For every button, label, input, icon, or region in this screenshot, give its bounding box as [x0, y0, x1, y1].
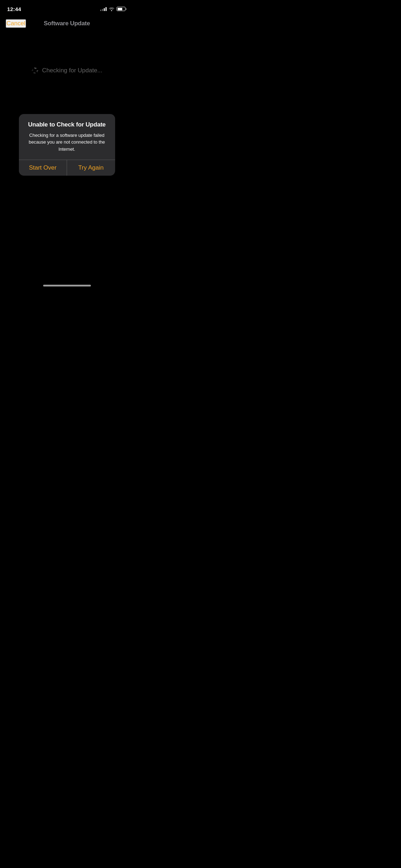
- try-again-button[interactable]: Try Again: [67, 160, 115, 176]
- alert-title: Unable to Check for Update: [25, 121, 109, 128]
- alert-dialog: Unable to Check for Update Checking for …: [19, 114, 115, 176]
- alert-overlay: Unable to Check for Update Checking for …: [0, 0, 134, 289]
- alert-content-area: Unable to Check for Update Checking for …: [19, 114, 115, 160]
- alert-buttons-row: Start Over Try Again: [19, 160, 115, 176]
- alert-message: Checking for a software update failed be…: [25, 132, 109, 153]
- home-indicator: [43, 285, 91, 286]
- start-over-button[interactable]: Start Over: [19, 160, 67, 176]
